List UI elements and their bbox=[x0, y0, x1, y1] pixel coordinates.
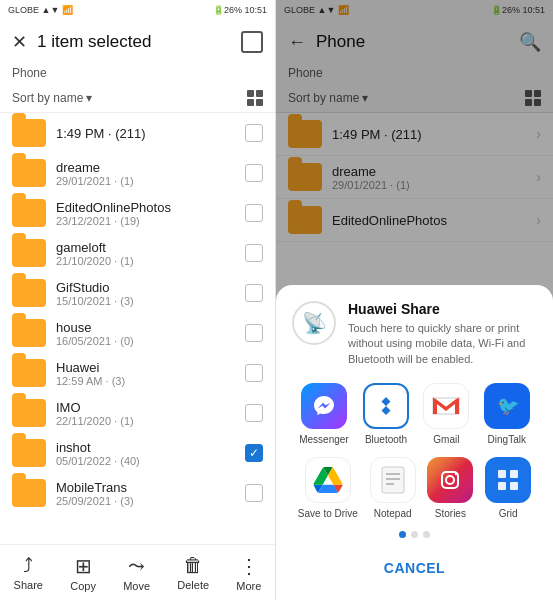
folder-icon bbox=[12, 399, 46, 427]
svg-rect-12 bbox=[498, 482, 506, 490]
left-status-bar: GLOBE ▲▼ 📶 🔋26% 10:51 bbox=[0, 0, 275, 20]
share-app-dingtalk[interactable]: 🐦 DingTalk bbox=[484, 383, 530, 445]
bluetooth-icon bbox=[363, 383, 409, 429]
file-checkbox[interactable] bbox=[245, 204, 263, 222]
share-modal-description: Touch here to quickly share or print wit… bbox=[348, 321, 537, 367]
file-row[interactable]: gameloft 21/10/2020 · (1) bbox=[0, 233, 275, 273]
share-app-label: Bluetooth bbox=[365, 434, 407, 445]
share-app-bluetooth[interactable]: Bluetooth bbox=[363, 383, 409, 445]
file-meta: 22/11/2020 · (1) bbox=[56, 415, 235, 427]
share-app-gmail[interactable]: Gmail bbox=[423, 383, 469, 445]
file-row[interactable]: EditedOnlinePhotos 23/12/2021 · (19) bbox=[0, 193, 275, 233]
select-all-checkbox[interactable] bbox=[241, 31, 263, 53]
grid-app-icon bbox=[485, 457, 531, 503]
share-app-label: Grid bbox=[499, 508, 518, 519]
file-checkbox[interactable] bbox=[245, 324, 263, 342]
share-app-drive[interactable]: Save to Drive bbox=[298, 457, 358, 519]
share-apps-row-2: Save to Drive Notepad bbox=[292, 457, 537, 519]
file-row[interactable]: inshot 05/01/2022 · (40) bbox=[0, 433, 275, 473]
selection-title: 1 item selected bbox=[37, 32, 231, 52]
file-name: MobileTrans bbox=[56, 480, 235, 495]
dingtalk-icon: 🐦 bbox=[484, 383, 530, 429]
delete-button[interactable]: 🗑 Delete bbox=[177, 554, 209, 591]
file-meta: 23/12/2021 · (19) bbox=[56, 215, 235, 227]
notepad-icon bbox=[370, 457, 416, 503]
dot-2 bbox=[411, 531, 418, 538]
file-checkbox[interactable] bbox=[245, 284, 263, 302]
file-checkbox[interactable] bbox=[245, 244, 263, 262]
svg-point-9 bbox=[455, 473, 457, 475]
file-name: dreame bbox=[56, 160, 235, 175]
file-name: 1:49 PM · (211) bbox=[56, 126, 235, 141]
file-row[interactable]: MobileTrans 25/09/2021 · (3) bbox=[0, 473, 275, 513]
folder-icon bbox=[12, 119, 46, 147]
share-app-label: Gmail bbox=[433, 434, 459, 445]
folder-icon bbox=[12, 479, 46, 507]
folder-icon bbox=[12, 319, 46, 347]
file-row[interactable]: Huawei 12:59 AM · (3) bbox=[0, 353, 275, 393]
file-row[interactable]: house 16/05/2021 · (0) bbox=[0, 313, 275, 353]
dot-1 bbox=[399, 531, 406, 538]
file-meta: 25/09/2021 · (3) bbox=[56, 495, 235, 507]
file-meta: 16/05/2021 · (0) bbox=[56, 335, 235, 347]
file-checkbox[interactable] bbox=[245, 484, 263, 502]
file-row[interactable]: IMO 22/11/2020 · (1) bbox=[0, 393, 275, 433]
file-checkbox[interactable] bbox=[245, 164, 263, 182]
delete-icon: 🗑 bbox=[183, 554, 203, 577]
file-name: Huawei bbox=[56, 360, 235, 375]
file-checkbox[interactable] bbox=[245, 444, 263, 462]
move-button[interactable]: ⤳ Move bbox=[123, 554, 150, 592]
file-meta: 29/01/2021 · (1) bbox=[56, 175, 235, 187]
share-modal: 📡 Huawei Share Touch here to quickly sha… bbox=[276, 285, 553, 600]
file-row[interactable]: 1:49 PM · (211) bbox=[0, 113, 275, 153]
file-row[interactable]: GifStudio 15/10/2021 · (3) bbox=[0, 273, 275, 313]
file-meta: 15/10/2021 · (3) bbox=[56, 295, 235, 307]
share-app-messenger[interactable]: Messenger bbox=[299, 383, 348, 445]
more-button[interactable]: ⋮ More bbox=[236, 554, 261, 592]
cancel-button[interactable]: CANCEL bbox=[292, 552, 537, 584]
drive-icon bbox=[305, 457, 351, 503]
share-app-label: DingTalk bbox=[488, 434, 526, 445]
sort-label[interactable]: Sort by name ▾ bbox=[12, 91, 92, 105]
share-modal-header: 📡 Huawei Share Touch here to quickly sha… bbox=[292, 301, 537, 367]
share-apps-row-1: Messenger Bluetooth bbox=[292, 383, 537, 445]
file-checkbox[interactable] bbox=[245, 124, 263, 142]
sort-arrow-icon: ▾ bbox=[86, 91, 92, 105]
view-toggle-icon[interactable] bbox=[247, 90, 263, 106]
folder-icon bbox=[12, 279, 46, 307]
share-modal-overlay[interactable]: 📡 Huawei Share Touch here to quickly sha… bbox=[276, 0, 553, 600]
more-icon: ⋮ bbox=[239, 554, 259, 578]
file-checkbox[interactable] bbox=[245, 404, 263, 422]
file-meta: 21/10/2020 · (1) bbox=[56, 255, 235, 267]
share-modal-title: Huawei Share bbox=[348, 301, 537, 317]
folder-icon bbox=[12, 159, 46, 187]
file-name: GifStudio bbox=[56, 280, 235, 295]
share-button[interactable]: ⤴ Share bbox=[14, 554, 43, 591]
copy-icon: ⊞ bbox=[75, 554, 92, 578]
move-icon: ⤳ bbox=[128, 554, 145, 578]
share-app-instagram[interactable]: Stories bbox=[427, 457, 473, 519]
huawei-share-icon: 📡 bbox=[292, 301, 336, 345]
share-app-grid[interactable]: Grid bbox=[485, 457, 531, 519]
share-app-label: Stories bbox=[435, 508, 466, 519]
page-dots bbox=[292, 531, 537, 538]
left-bottom-bar: ⤴ Share ⊞ Copy ⤳ Move 🗑 Delete ⋮ More bbox=[0, 544, 275, 600]
left-file-list: 1:49 PM · (211) dreame 29/01/2021 · (1) … bbox=[0, 113, 275, 544]
file-checkbox[interactable] bbox=[245, 364, 263, 382]
share-app-label: Messenger bbox=[299, 434, 348, 445]
left-breadcrumb: Phone bbox=[0, 64, 275, 84]
file-meta: 12:59 AM · (3) bbox=[56, 375, 235, 387]
left-panel: GLOBE ▲▼ 📶 🔋26% 10:51 ✕ 1 item selected … bbox=[0, 0, 276, 600]
folder-icon bbox=[12, 199, 46, 227]
folder-icon bbox=[12, 439, 46, 467]
share-app-notepad[interactable]: Notepad bbox=[370, 457, 416, 519]
file-meta: 05/01/2022 · (40) bbox=[56, 455, 235, 467]
svg-text:🐦: 🐦 bbox=[497, 395, 520, 417]
dot-3 bbox=[423, 531, 430, 538]
close-icon[interactable]: ✕ bbox=[12, 31, 27, 53]
file-row[interactable]: dreame 29/01/2021 · (1) bbox=[0, 153, 275, 193]
file-name: EditedOnlinePhotos bbox=[56, 200, 235, 215]
svg-rect-13 bbox=[510, 482, 518, 490]
svg-point-8 bbox=[446, 476, 454, 484]
copy-button[interactable]: ⊞ Copy bbox=[70, 554, 96, 592]
